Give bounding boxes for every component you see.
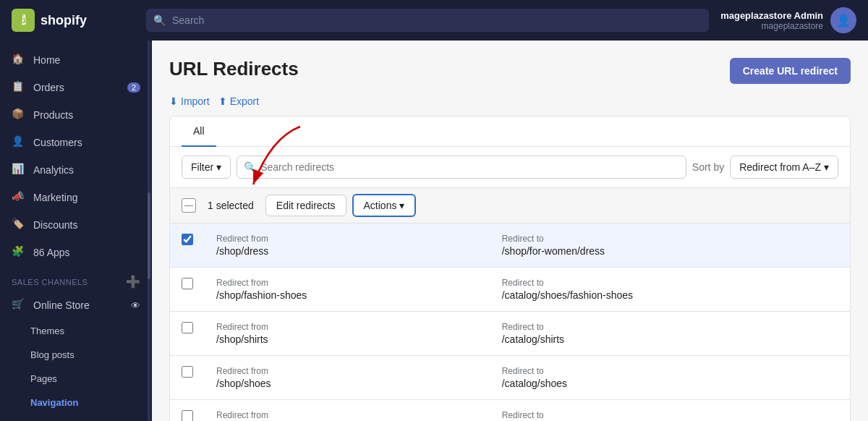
search-input[interactable] bbox=[146, 9, 709, 32]
sidebar-item-domains[interactable]: Domains bbox=[0, 414, 152, 421]
row-checkbox-2[interactable] bbox=[182, 322, 193, 333]
sidebar-item-pages[interactable]: Pages bbox=[0, 367, 152, 391]
search-container: 🔍 bbox=[146, 9, 709, 32]
export-button[interactable]: ⬆ Export bbox=[218, 95, 259, 107]
sales-channels-section: SALES CHANNELS ➕ bbox=[0, 266, 152, 292]
sidebar-label-home: Home bbox=[33, 54, 60, 66]
sidebar-item-apps[interactable]: 🧩 86 Apps bbox=[0, 239, 152, 266]
sidebar-item-analytics[interactable]: 📊 Analytics bbox=[0, 156, 152, 184]
redirect-from-label: Redirect from bbox=[216, 366, 479, 376]
redirect-from-label: Redirect from bbox=[216, 322, 479, 332]
table-row[interactable]: Redirect from /shop/shirts Redirect to /… bbox=[170, 312, 850, 356]
toolbar: Filter ▾ 🔍 Sort by Redirect from A–Z ▾ bbox=[170, 147, 850, 188]
sidebar-label-marketing: Marketing bbox=[33, 192, 77, 203]
redirect-from-url: /shop/dress bbox=[216, 245, 479, 257]
filter-button[interactable]: Filter ▾ bbox=[182, 156, 231, 179]
table-row[interactable]: Redirect from /shop/dress Redirect to /s… bbox=[170, 224, 850, 268]
redirects-table: Redirect from /shop/dress Redirect to /s… bbox=[170, 224, 850, 421]
redirect-to-cell: Redirect to /catalog/shirts bbox=[490, 312, 850, 356]
redirect-to-url: /catalog/shoes/fashion-shoes bbox=[502, 289, 838, 301]
redirect-from-cell: Redirect from /shop/dress bbox=[205, 224, 490, 268]
sort-option-label: Redirect from A–Z bbox=[739, 161, 821, 173]
card-tabs: All bbox=[170, 116, 850, 147]
redirect-to-cell: Redirect to /shop/for-women/dress bbox=[490, 224, 850, 268]
redirect-to-label: Redirect to bbox=[502, 366, 838, 376]
add-sales-channel-icon[interactable]: ➕ bbox=[126, 275, 141, 289]
redirect-to-label: Redirect to bbox=[502, 234, 838, 244]
row-checkbox-cell[interactable] bbox=[170, 312, 205, 356]
logo-text: shopify bbox=[41, 13, 87, 28]
sidebar-item-orders[interactable]: 📋 Orders 2 bbox=[0, 74, 152, 101]
table-row[interactable]: Redirect from /shop/shoes Redirect to /c… bbox=[170, 356, 850, 400]
marketing-icon: 📣 bbox=[12, 190, 26, 205]
row-checkbox-3[interactable] bbox=[182, 366, 193, 378]
online-store-icon: 🛒 bbox=[12, 298, 26, 312]
sidebar-scrollbar-thumb[interactable] bbox=[148, 192, 150, 279]
sort-dropdown[interactable]: Redirect from A–Z ▾ bbox=[730, 156, 838, 179]
user-info: mageplazastore Admin mageplazastore bbox=[720, 10, 823, 31]
table-row[interactable]: Redirect from /shop/fashion-shoes Redire… bbox=[170, 268, 850, 312]
redirect-from-url: /shop/fashion-shoes bbox=[216, 289, 479, 301]
sort-label: Sort by bbox=[692, 161, 724, 173]
main-content: URL Redirects Create URL redirect ⬇ Impo… bbox=[152, 41, 868, 421]
redirect-to-cell: Redirect to /catalog/shoes/unlimited-lea… bbox=[490, 400, 850, 422]
selection-bar-container: — 1 selected Edit redirects Actions ▾ bbox=[170, 188, 850, 224]
sidebar-item-products[interactable]: 📦 Products bbox=[0, 101, 152, 129]
row-checkbox-cell[interactable] bbox=[170, 356, 205, 400]
sidebar-scrollbar-track bbox=[148, 41, 150, 421]
row-checkbox-cell[interactable] bbox=[170, 400, 205, 422]
sidebar-label-products: Products bbox=[33, 109, 73, 121]
apps-icon: 🧩 bbox=[12, 245, 26, 260]
row-checkbox-1[interactable] bbox=[182, 278, 193, 289]
search-bar-icon: 🔍 bbox=[244, 161, 256, 173]
actions-button[interactable]: Actions ▾ bbox=[352, 194, 417, 217]
page-title: URL Redirects bbox=[169, 58, 299, 80]
sidebar-item-customers[interactable]: 👤 Customers bbox=[0, 129, 152, 156]
redirect-from-cell: Redirect from /shop/fashion-shoes bbox=[205, 268, 490, 312]
table-row[interactable]: Redirect from /shop/unlimited-leather-sh… bbox=[170, 400, 850, 422]
sidebar-item-marketing[interactable]: 📣 Marketing bbox=[0, 184, 152, 211]
online-store-label: Online Store bbox=[33, 299, 90, 311]
home-icon: 🏠 bbox=[12, 53, 26, 67]
actions-chevron-icon: ▾ bbox=[399, 200, 404, 211]
import-button[interactable]: ⬇ Import bbox=[169, 95, 210, 107]
row-checkbox-cell[interactable] bbox=[170, 224, 205, 268]
import-icon: ⬇ bbox=[169, 95, 178, 107]
sidebar-item-home[interactable]: 🏠 Home bbox=[0, 46, 152, 74]
customers-icon: 👤 bbox=[12, 135, 26, 150]
search-redirects-input[interactable] bbox=[237, 156, 686, 179]
sidebar-item-discounts[interactable]: 🏷️ Discounts bbox=[0, 211, 152, 239]
selected-count: 1 selected bbox=[202, 200, 260, 211]
redirects-card: All Filter ▾ 🔍 Sort by Redirect from A–Z… bbox=[169, 116, 851, 421]
sidebar-item-online-store[interactable]: 🛒 Online Store 👁 bbox=[0, 292, 152, 319]
analytics-icon: 📊 bbox=[12, 163, 26, 177]
sidebar-label-analytics: Analytics bbox=[33, 164, 74, 176]
deselect-button[interactable]: — bbox=[182, 198, 196, 213]
redirect-to-label: Redirect to bbox=[502, 322, 838, 332]
discounts-icon: 🏷️ bbox=[12, 218, 26, 232]
blog-posts-label: Blog posts bbox=[30, 349, 75, 360]
redirect-to-label: Redirect to bbox=[502, 410, 838, 420]
redirect-from-label: Redirect from bbox=[216, 278, 479, 288]
redirect-from-cell: Redirect from /shop/unlimited-leather-sh… bbox=[205, 400, 490, 422]
sort-chevron-icon: ▾ bbox=[824, 161, 829, 173]
sidebar-item-themes[interactable]: Themes bbox=[0, 319, 152, 343]
redirect-from-cell: Redirect from /shop/shoes bbox=[205, 356, 490, 400]
topbar: shopify 🔍 mageplazastore Admin mageplaza… bbox=[0, 0, 868, 41]
create-redirect-button[interactable]: Create URL redirect bbox=[730, 58, 851, 84]
user-menu[interactable]: mageplazastore Admin mageplazastore 👤 bbox=[720, 7, 856, 33]
view-online-store-icon[interactable]: 👁 bbox=[131, 300, 140, 311]
themes-label: Themes bbox=[30, 326, 64, 336]
avatar[interactable]: 👤 bbox=[830, 7, 856, 33]
sidebar-label-customers: Customers bbox=[33, 137, 82, 148]
sales-channels-title: SALES CHANNELS bbox=[12, 278, 88, 286]
tab-all[interactable]: All bbox=[182, 116, 216, 147]
sidebar-item-blog-posts[interactable]: Blog posts bbox=[0, 343, 152, 367]
redirect-to-url: /catalog/shirts bbox=[502, 333, 838, 345]
edit-redirects-button[interactable]: Edit redirects bbox=[265, 195, 346, 216]
row-checkbox-0[interactable] bbox=[182, 234, 193, 245]
row-checkbox-4[interactable] bbox=[182, 410, 193, 421]
row-checkbox-cell[interactable] bbox=[170, 268, 205, 312]
sidebar-item-navigation[interactable]: Navigation bbox=[0, 391, 152, 414]
logo[interactable]: shopify bbox=[12, 9, 135, 32]
